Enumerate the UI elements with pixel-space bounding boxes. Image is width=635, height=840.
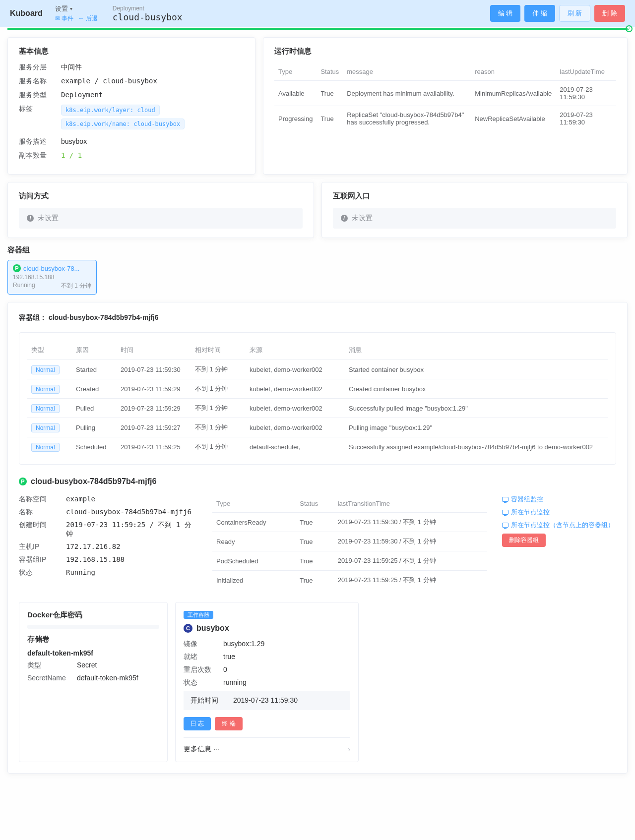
- delete-pod-button[interactable]: 删除容器组: [502, 534, 546, 547]
- brand: Kuboard: [10, 9, 43, 18]
- event-type-tag: Normal: [31, 423, 60, 432]
- access-card: 访问方式 i未设置: [7, 182, 314, 238]
- progress-bar: ✓: [7, 28, 628, 30]
- log-button[interactable]: 日 志: [184, 717, 211, 730]
- node-pods-monitor-link[interactable]: 所在节点监控（含节点上的容器组）: [502, 521, 616, 530]
- terminal-button[interactable]: 终 端: [215, 717, 242, 730]
- chevron-right-icon: ›: [348, 745, 350, 753]
- edit-button[interactable]: 编 辑: [490, 5, 521, 22]
- basic-info-card: 基本信息 服务分层中间件 服务名称example / cloud-busybox…: [7, 37, 255, 175]
- label-tag: k8s.eip.work/layer: cloud: [61, 105, 160, 116]
- monitor-icon: [502, 497, 508, 502]
- label-tag: k8s.eip.work/name: cloud-busybox: [61, 119, 185, 129]
- table-row: NormalCreated2019-07-23 11:59:29不到 1 分钟k…: [27, 379, 608, 399]
- runtime-info-card: 运行时信息 Type Status message reason lastUpd…: [263, 37, 628, 175]
- header: Kuboard 设置 ▾ ✉事件 ←后退 Deployment cloud-bu…: [0, 0, 635, 27]
- message-icon: ✉: [55, 15, 60, 22]
- pod-status-icon: P: [19, 478, 27, 485]
- table-row: NormalPulled2019-07-23 11:59:29不到 1 分钟ku…: [27, 399, 608, 418]
- table-row: PodScheduledTrue2019-07-23 11:59:25 / 不到…: [212, 551, 487, 571]
- table-row: AvailableTrueDeployment has minimum avai…: [274, 81, 616, 106]
- chevron-down-icon: ▾: [70, 6, 72, 11]
- runtime-table: Type Status message reason lastUpdateTim…: [274, 63, 616, 131]
- event-type-tag: Normal: [31, 365, 60, 374]
- info-icon: i: [341, 215, 348, 222]
- table-row: NormalScheduled2019-07-23 11:59:25不到 1 分…: [27, 437, 608, 457]
- pod-card[interactable]: Pcloud-busybox-78... 192.168.15.188 Runn…: [7, 260, 97, 295]
- pod-detail-header: P cloud-busybox-784d5b97b4-mjfj6: [19, 477, 616, 486]
- table-row: ProgressingTrueReplicaSet "cloud-busybox…: [274, 106, 616, 131]
- pods-section-title: 容器组: [7, 245, 628, 255]
- volume-name: default-token-mk95f: [27, 649, 159, 657]
- table-row: NormalStarted2019-07-23 11:59:30不到 1 分钟k…: [27, 360, 608, 379]
- events-table: 类型 原因 时间 相对时间 来源 消息 NormalStarted2019-07…: [27, 341, 608, 456]
- container-card: 工作容器 C busybox 镜像busybox:1.29 就绪true 重启次…: [175, 602, 359, 762]
- docker-card: Docker仓库密码 存储卷 default-token-mk95f 类型Sec…: [19, 602, 168, 762]
- more-info-toggle[interactable]: 更多信息 ··· ›: [184, 737, 350, 754]
- start-time-box: 开始时间 2019-07-23 11:59:30: [184, 691, 350, 710]
- events-link[interactable]: ✉事件: [55, 14, 73, 23]
- node-monitor-link[interactable]: 所在节点监控: [502, 508, 616, 517]
- table-row: NormalPulling2019-07-23 11:59:27不到 1 分钟k…: [27, 418, 608, 437]
- container-type-badge: 工作容器: [184, 611, 213, 619]
- settings-dropdown[interactable]: 设置 ▾: [55, 4, 98, 13]
- back-link[interactable]: ←后退: [78, 14, 98, 23]
- conditions-table: Type Status lastTransitionTime Container…: [212, 495, 487, 590]
- pod-monitor-link[interactable]: 容器组监控: [502, 495, 616, 504]
- ingress-unset: i未设置: [333, 208, 617, 229]
- table-row: ContainersReadyTrue2019-07-23 11:59:30 /…: [212, 513, 487, 532]
- docker-secret-bar: [27, 625, 159, 629]
- monitor-icon: [502, 523, 508, 528]
- info-icon: i: [27, 215, 34, 222]
- ingress-card: 互联网入口 i未设置: [321, 182, 628, 238]
- header-menu: 设置 ▾ ✉事件 ←后退: [55, 4, 98, 23]
- refresh-button[interactable]: 刷 新: [559, 5, 591, 22]
- container-icon: C: [184, 624, 192, 633]
- event-type-tag: Normal: [31, 404, 60, 413]
- delete-button[interactable]: 删 除: [594, 5, 625, 22]
- arrow-left-icon: ←: [78, 15, 84, 22]
- table-row: InitializedTrue2019-07-23 11:59:25 / 不到 …: [212, 571, 487, 590]
- pod-events-card: 容器组： cloud-busybox-784d5b97b4-mjfj6 类型 原…: [7, 302, 628, 774]
- check-icon: ✓: [626, 25, 633, 32]
- access-unset: i未设置: [19, 208, 303, 229]
- scale-button[interactable]: 伸 缩: [524, 5, 555, 22]
- table-row: ReadyTrue2019-07-23 11:59:30 / 不到 1 分钟: [212, 532, 487, 551]
- event-type-tag: Normal: [31, 385, 60, 394]
- event-type-tag: Normal: [31, 443, 60, 452]
- pod-status-icon: P: [13, 264, 21, 272]
- page-title: Deployment cloud-busybox: [113, 5, 490, 22]
- monitor-icon: [502, 510, 508, 515]
